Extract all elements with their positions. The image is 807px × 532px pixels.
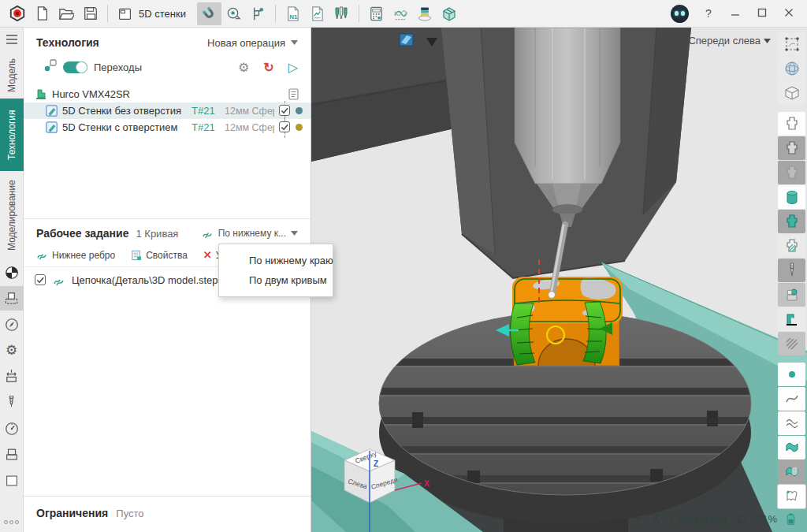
operation-tool-desc: 12мм Сферическа — [225, 122, 274, 133]
run-simulation-button[interactable]: ▷ — [288, 60, 298, 75]
surface-flag-button[interactable] — [778, 485, 805, 508]
curve-display-button[interactable] — [778, 387, 805, 411]
machine-setup-button[interactable] — [0, 286, 24, 311]
gauge-button[interactable] — [0, 416, 24, 441]
lower-edge-button[interactable]: Нижнее ребро — [36, 249, 115, 261]
workpiece-shaded-button[interactable] — [778, 136, 805, 160]
workpiece-setup-button[interactable] — [0, 364, 24, 389]
menu-item-lower-edge[interactable]: По нижнему краю — [219, 251, 333, 270]
compass-button[interactable] — [0, 312, 24, 337]
menu-item-two-curves[interactable]: По двум кривым — [219, 270, 333, 290]
operation-icon — [46, 121, 58, 133]
layers-stack-button[interactable] — [413, 2, 437, 25]
boundary-mesh-button[interactable] — [778, 32, 805, 56]
machine-report-icon[interactable] — [288, 88, 299, 100]
toolholder-display-button[interactable] — [778, 283, 805, 307]
bell-icon[interactable] — [736, 513, 748, 525]
maximize-button[interactable] — [755, 7, 769, 20]
hatch-display-button[interactable] — [778, 332, 805, 355]
tab-model[interactable]: Модель — [0, 51, 24, 99]
divider — [107, 5, 108, 22]
sphere-mesh-button[interactable] — [778, 57, 805, 80]
more-options-button[interactable] — [4, 520, 19, 524]
operation-name: 5D Стенки с отверстием — [62, 121, 187, 133]
constraints-section[interactable]: Ограничения Пусто — [24, 496, 311, 532]
close-button[interactable] — [782, 7, 796, 20]
surface-semitransparent-button[interactable] — [778, 460, 805, 484]
plane-button[interactable] — [0, 468, 24, 493]
view-orientation-dropdown[interactable]: Спереди слева — [688, 35, 771, 47]
chevron-down-icon — [291, 231, 298, 236]
help-button[interactable]: ? — [701, 7, 716, 20]
wireframe-surface-button[interactable] — [778, 411, 805, 435]
surface-shaded-button[interactable] — [778, 436, 805, 459]
titlebar: 5D стенки N1 — [0, 0, 807, 28]
operation-tool: T#21 — [192, 121, 220, 133]
measure-tape-button[interactable] — [221, 2, 246, 25]
caliper-button[interactable] — [246, 2, 270, 25]
properties-icon — [131, 250, 142, 261]
tab-modeling[interactable]: Моделирование — [0, 171, 24, 259]
svg-text:N1: N1 — [289, 13, 298, 20]
machine-scene[interactable]: Сверху Слева Спереди Z X — [311, 28, 807, 532]
csys-label[interactable]: Глобальная СК — [671, 513, 727, 525]
tool-display-button[interactable] — [778, 259, 805, 282]
new-file-button[interactable] — [29, 2, 54, 25]
recalculate-button[interactable]: ↻ — [263, 60, 273, 75]
curve-mode-dropdown[interactable]: По нижнему к... — [202, 228, 298, 239]
csys-icon[interactable] — [650, 513, 662, 525]
gear-settings-button[interactable]: ⚙ — [0, 338, 24, 363]
stock-solid-button[interactable] — [778, 185, 805, 209]
machine-node[interactable]: Hurco VMX42SR — [24, 86, 311, 102]
job-header: Рабочее задание 1 Кривая По нижнему к... — [24, 218, 311, 243]
job-item-checkbox[interactable] — [35, 274, 46, 286]
machine-name: Hurco VMX42SR — [52, 88, 130, 100]
operation-status-dot — [296, 124, 303, 131]
minimize-button[interactable] — [728, 7, 742, 20]
constraints-title: Ограничения — [36, 507, 108, 519]
calculator-button[interactable] — [364, 2, 389, 25]
shading-quadrant-button[interactable] — [0, 260, 24, 285]
machine-display-button[interactable] — [778, 307, 805, 331]
tab-technology[interactable]: Технология — [0, 99, 24, 171]
snap-magnet-button[interactable] — [197, 2, 221, 25]
zoom-plus-button[interactable]: + — [634, 511, 642, 526]
operation-row[interactable]: 5D Стенки без отверстия T#21 12мм Сферич… — [24, 102, 311, 119]
new-operation-button[interactable]: Новая операция — [207, 37, 298, 49]
parts-box-button[interactable] — [437, 2, 462, 25]
operation-status-dot — [296, 107, 303, 114]
viewport-3d: Сверху Слева Спереди Z X Спереди слева +… — [311, 28, 807, 532]
stock-hatched-button[interactable] — [778, 234, 805, 258]
document-tab-icon[interactable] — [113, 2, 137, 25]
report-chart-button[interactable] — [305, 2, 329, 25]
save-button[interactable] — [78, 2, 102, 25]
point-display-button[interactable] — [778, 363, 805, 386]
operation-enabled-checkbox[interactable] — [279, 121, 291, 133]
assistant-button[interactable] — [671, 5, 689, 23]
workpiece-ghost-button[interactable] — [778, 161, 805, 184]
panel-title: Технология — [36, 36, 99, 49]
solid-model-button[interactable] — [778, 81, 805, 105]
main-menu-button[interactable] — [6, 28, 18, 51]
left-tabstrip: Модель Технология Моделирование ⚙ — [0, 28, 24, 532]
tool-library-button[interactable] — [329, 2, 354, 25]
workpiece-outline-button[interactable] — [778, 112, 805, 136]
operation-row[interactable]: 5D Стенки с отверстием T#21 12мм Сфериче… — [24, 119, 311, 136]
nc-program-button[interactable]: N1 — [281, 2, 305, 25]
machine-icon — [35, 87, 47, 100]
tool-button[interactable] — [0, 390, 24, 415]
stock-shaded-button[interactable] — [778, 210, 805, 233]
operation-settings-button[interactable]: ⚙ — [238, 60, 249, 75]
operation-tool: T#21 — [192, 105, 220, 117]
operation-enabled-checkbox[interactable] — [279, 105, 291, 117]
properties-button[interactable]: Свойства — [131, 249, 188, 261]
workpiece[interactable] — [496, 277, 623, 366]
transitions-icon — [44, 59, 57, 75]
transitions-toggle[interactable] — [63, 61, 87, 73]
stock-button[interactable] — [0, 442, 24, 467]
operations-tree: Hurco VMX42SR 5D Стенки без отверстия T#… — [24, 80, 311, 215]
graph-editor-button[interactable] — [389, 2, 413, 25]
open-file-button[interactable] — [54, 2, 78, 25]
app-logo-icon — [5, 2, 29, 25]
view-orientation-label: Спереди слева — [688, 35, 761, 47]
